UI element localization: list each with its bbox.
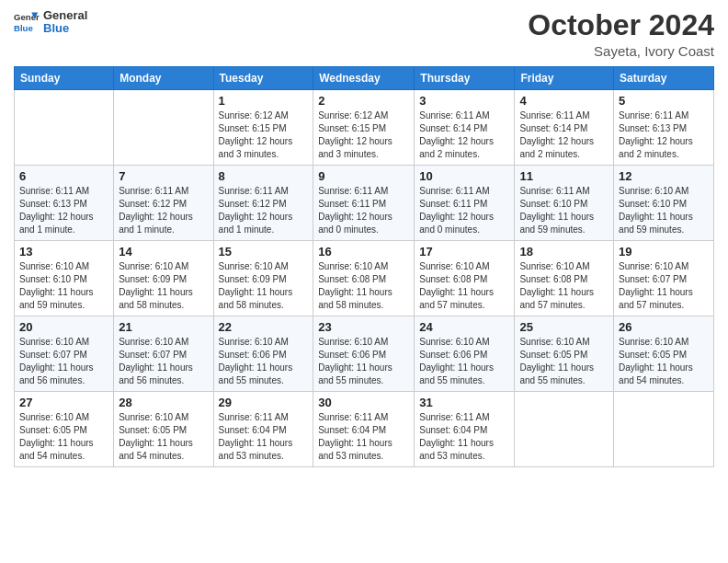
- day-number: 29: [219, 396, 309, 409]
- calendar-cell: 24Sunrise: 6:10 AM Sunset: 6:06 PM Dayli…: [415, 316, 515, 392]
- day-info: Sunrise: 6:10 AM Sunset: 6:05 PM Dayligh…: [119, 411, 208, 463]
- calendar-cell: 23Sunrise: 6:10 AM Sunset: 6:06 PM Dayli…: [313, 316, 415, 392]
- calendar-cell: 11Sunrise: 6:11 AM Sunset: 6:10 PM Dayli…: [515, 166, 614, 241]
- weekday-header-monday: Monday: [114, 67, 213, 90]
- day-number: 3: [419, 94, 509, 108]
- calendar-cell: 21Sunrise: 6:10 AM Sunset: 6:07 PM Dayli…: [114, 316, 213, 392]
- day-info: Sunrise: 6:10 AM Sunset: 6:09 PM Dayligh…: [119, 260, 208, 312]
- calendar-cell: 19Sunrise: 6:10 AM Sunset: 6:07 PM Dayli…: [614, 241, 714, 316]
- day-number: 15: [219, 245, 309, 259]
- day-info: Sunrise: 6:11 AM Sunset: 6:11 PM Dayligh…: [419, 185, 509, 236]
- day-info: Sunrise: 6:10 AM Sunset: 6:09 PM Dayligh…: [219, 260, 309, 312]
- calendar-cell: [614, 392, 714, 467]
- day-info: Sunrise: 6:11 AM Sunset: 6:13 PM Dayligh…: [619, 109, 709, 161]
- day-info: Sunrise: 6:10 AM Sunset: 6:07 PM Dayligh…: [19, 336, 108, 387]
- day-info: Sunrise: 6:10 AM Sunset: 6:05 PM Dayligh…: [19, 411, 108, 463]
- day-info: Sunrise: 6:10 AM Sunset: 6:07 PM Dayligh…: [119, 336, 208, 387]
- day-info: Sunrise: 6:11 AM Sunset: 6:12 PM Dayligh…: [119, 185, 208, 236]
- calendar-cell: 8Sunrise: 6:11 AM Sunset: 6:12 PM Daylig…: [213, 166, 313, 241]
- calendar-cell: 7Sunrise: 6:11 AM Sunset: 6:12 PM Daylig…: [114, 166, 213, 241]
- day-number: 1: [219, 94, 309, 108]
- day-info: Sunrise: 6:10 AM Sunset: 6:05 PM Dayligh…: [519, 336, 609, 387]
- day-info: Sunrise: 6:10 AM Sunset: 6:08 PM Dayligh…: [419, 260, 509, 312]
- calendar-cell: 15Sunrise: 6:10 AM Sunset: 6:09 PM Dayli…: [213, 241, 313, 316]
- calendar-cell: 1Sunrise: 6:12 AM Sunset: 6:15 PM Daylig…: [213, 90, 313, 166]
- weekday-header-thursday: Thursday: [415, 67, 515, 90]
- calendar-cell: [114, 90, 213, 166]
- day-number: 17: [419, 245, 509, 259]
- day-info: Sunrise: 6:12 AM Sunset: 6:15 PM Dayligh…: [219, 109, 309, 161]
- day-number: 14: [119, 245, 208, 259]
- day-number: 2: [318, 94, 409, 108]
- logo-icon: General Blue: [14, 9, 40, 35]
- calendar-cell: 29Sunrise: 6:11 AM Sunset: 6:04 PM Dayli…: [213, 392, 313, 467]
- day-info: Sunrise: 6:11 AM Sunset: 6:04 PM Dayligh…: [419, 411, 509, 463]
- weekday-header-wednesday: Wednesday: [313, 67, 415, 90]
- day-number: 26: [619, 320, 709, 334]
- calendar-cell: 9Sunrise: 6:11 AM Sunset: 6:11 PM Daylig…: [313, 166, 415, 241]
- month-title: October 2024: [528, 9, 714, 41]
- calendar-cell: 4Sunrise: 6:11 AM Sunset: 6:14 PM Daylig…: [515, 90, 614, 166]
- day-number: 16: [318, 245, 409, 259]
- day-info: Sunrise: 6:10 AM Sunset: 6:10 PM Dayligh…: [19, 260, 108, 312]
- day-number: 8: [219, 169, 309, 183]
- day-info: Sunrise: 6:10 AM Sunset: 6:07 PM Dayligh…: [619, 260, 709, 312]
- title-block: October 2024 Sayeta, Ivory Coast: [528, 9, 714, 59]
- weekday-header-saturday: Saturday: [614, 67, 714, 90]
- weekday-header-sunday: Sunday: [15, 67, 114, 90]
- day-number: 5: [619, 94, 709, 108]
- day-info: Sunrise: 6:10 AM Sunset: 6:08 PM Dayligh…: [318, 260, 409, 312]
- calendar-cell: 31Sunrise: 6:11 AM Sunset: 6:04 PM Dayli…: [415, 392, 515, 467]
- day-number: 11: [519, 169, 609, 183]
- day-info: Sunrise: 6:10 AM Sunset: 6:08 PM Dayligh…: [519, 260, 609, 312]
- day-number: 13: [19, 245, 108, 259]
- calendar-cell: 16Sunrise: 6:10 AM Sunset: 6:08 PM Dayli…: [313, 241, 415, 316]
- day-number: 25: [519, 320, 609, 334]
- day-info: Sunrise: 6:11 AM Sunset: 6:10 PM Dayligh…: [519, 185, 609, 236]
- calendar-cell: 20Sunrise: 6:10 AM Sunset: 6:07 PM Dayli…: [15, 316, 114, 392]
- day-info: Sunrise: 6:10 AM Sunset: 6:06 PM Dayligh…: [219, 336, 309, 387]
- calendar-cell: [15, 90, 114, 166]
- day-info: Sunrise: 6:12 AM Sunset: 6:15 PM Dayligh…: [318, 109, 409, 161]
- day-number: 7: [119, 169, 208, 183]
- calendar-cell: 3Sunrise: 6:11 AM Sunset: 6:14 PM Daylig…: [415, 90, 515, 166]
- calendar-cell: 25Sunrise: 6:10 AM Sunset: 6:05 PM Dayli…: [515, 316, 614, 392]
- day-number: 24: [419, 320, 509, 334]
- day-number: 6: [19, 169, 108, 183]
- day-number: 30: [318, 396, 409, 409]
- calendar-cell: [515, 392, 614, 467]
- calendar-week-row: 20Sunrise: 6:10 AM Sunset: 6:07 PM Dayli…: [15, 316, 714, 392]
- day-number: 28: [119, 396, 208, 409]
- weekday-header-friday: Friday: [515, 67, 614, 90]
- calendar-cell: 14Sunrise: 6:10 AM Sunset: 6:09 PM Dayli…: [114, 241, 213, 316]
- calendar-cell: 18Sunrise: 6:10 AM Sunset: 6:08 PM Dayli…: [515, 241, 614, 316]
- calendar-week-row: 27Sunrise: 6:10 AM Sunset: 6:05 PM Dayli…: [15, 392, 714, 467]
- location-title: Sayeta, Ivory Coast: [528, 43, 714, 59]
- calendar-cell: 5Sunrise: 6:11 AM Sunset: 6:13 PM Daylig…: [614, 90, 714, 166]
- logo: General Blue General Blue: [14, 9, 87, 36]
- logo-general-text: General: [43, 9, 87, 22]
- calendar-table: SundayMondayTuesdayWednesdayThursdayFrid…: [14, 66, 714, 467]
- day-info: Sunrise: 6:11 AM Sunset: 6:04 PM Dayligh…: [318, 411, 409, 463]
- calendar-cell: 12Sunrise: 6:10 AM Sunset: 6:10 PM Dayli…: [614, 166, 714, 241]
- day-number: 21: [119, 320, 208, 334]
- day-info: Sunrise: 6:11 AM Sunset: 6:14 PM Dayligh…: [419, 109, 509, 161]
- calendar-cell: 28Sunrise: 6:10 AM Sunset: 6:05 PM Dayli…: [114, 392, 213, 467]
- day-number: 9: [318, 169, 409, 183]
- day-number: 18: [519, 245, 609, 259]
- day-number: 19: [619, 245, 709, 259]
- day-info: Sunrise: 6:10 AM Sunset: 6:10 PM Dayligh…: [619, 185, 709, 236]
- day-number: 12: [619, 169, 709, 183]
- calendar-cell: 6Sunrise: 6:11 AM Sunset: 6:13 PM Daylig…: [15, 166, 114, 241]
- day-number: 31: [419, 396, 509, 409]
- calendar-cell: 13Sunrise: 6:10 AM Sunset: 6:10 PM Dayli…: [15, 241, 114, 316]
- weekday-header-tuesday: Tuesday: [213, 67, 313, 90]
- day-number: 4: [519, 94, 609, 108]
- calendar-page: General Blue General Blue October 2024 S…: [0, 0, 728, 563]
- day-number: 22: [219, 320, 309, 334]
- day-info: Sunrise: 6:11 AM Sunset: 6:13 PM Dayligh…: [19, 185, 108, 236]
- svg-text:Blue: Blue: [14, 23, 33, 33]
- day-info: Sunrise: 6:11 AM Sunset: 6:11 PM Dayligh…: [318, 185, 409, 236]
- calendar-cell: 30Sunrise: 6:11 AM Sunset: 6:04 PM Dayli…: [313, 392, 415, 467]
- day-number: 23: [318, 320, 409, 334]
